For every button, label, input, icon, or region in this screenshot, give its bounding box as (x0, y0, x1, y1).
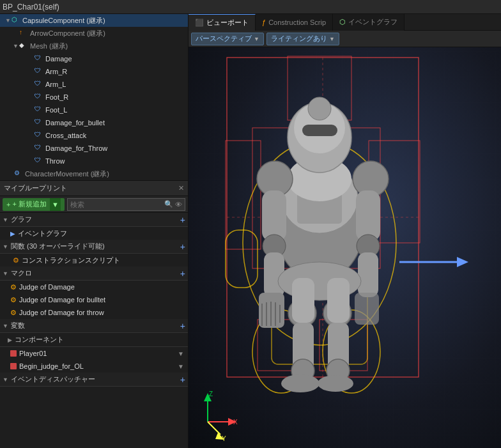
svg-rect-41 (292, 278, 314, 323)
var-label-1: Begin_judge_for_OL (19, 362, 84, 370)
section-arrow-dispatchers: ▼ (3, 376, 8, 383)
arrow-icon: ↑ (19, 29, 28, 38)
var-expand-0[interactable]: ▼ (178, 350, 184, 357)
add-new-button[interactable]: + + 新規追加 ▼ (3, 198, 65, 211)
add-dispatcher-button[interactable]: + (180, 375, 185, 384)
tree-arrow-capsule: ▼ (5, 17, 12, 24)
tree-arrow-mesh: ▼ (13, 43, 19, 49)
section-arrow-macros: ▼ (3, 270, 8, 277)
tree-item-damage[interactable]: 🛡 Damage (0, 52, 188, 65)
tab-construction-label: Construction Scrip (268, 19, 326, 26)
blueprint-panel: マイブループリント ✕ + + 新規追加 ▼ 🔍 👁 ▼ グラフ (0, 181, 188, 448)
svg-point-23 (308, 97, 331, 120)
tree-item-mesh[interactable]: ▼ ◆ Mesh (継承) (0, 40, 188, 52)
throw-label: Throw (45, 157, 65, 165)
search-input[interactable] (70, 201, 162, 208)
top-bar-title: BP_Char01(self) (3, 3, 59, 12)
macro-icon-1: ⚙ (10, 296, 17, 304)
top-bar: BP_Char01(self) (0, 0, 501, 14)
viewport-tab-icon: ⬛ (195, 19, 204, 27)
svg-rect-37 (358, 252, 378, 297)
foot-l-label: Foot_L (45, 106, 67, 114)
blueprint-title: マイブループリント (4, 183, 176, 193)
arm-l-label: Arm_L (45, 81, 66, 88)
socket-icon-throw: 🛡 (35, 157, 43, 166)
section-title-functions: 関数 (30 オーバーライド可能) (11, 242, 180, 251)
tree-item-throw[interactable]: 🛡 Throw (0, 155, 188, 167)
svg-text:Y: Y (222, 435, 226, 442)
section-graph[interactable]: ▼ グラフ + (0, 213, 188, 227)
tree-item-foot-r[interactable]: 🛡 Foot_R (0, 91, 188, 104)
macro-item-1[interactable]: ⚙ Judge of Damage for bulltet (0, 293, 188, 306)
construction-tab-icon: ƒ (262, 19, 266, 26)
tab-bar: ⬛ ビューポート ƒ Construction Scrip ⬡ イベントグラフ (189, 14, 501, 31)
socket-icon-damage-bullet: 🛡 (35, 118, 43, 127)
svg-point-44 (281, 375, 320, 392)
tree-item-arm-r[interactable]: 🛡 Arm_R (0, 65, 188, 78)
section-dispatchers[interactable]: ▼ イベントディスパッチャー + (0, 373, 188, 387)
section-components-var[interactable]: ▶ コンポーネント (0, 333, 188, 347)
var-item-1[interactable]: Begin_judge_for_OL ▼ (0, 360, 188, 373)
char-icon: ⚙ (14, 169, 23, 178)
tab-event[interactable]: ⬡ イベントグラフ (333, 14, 405, 31)
perspective-dropdown-btn[interactable]: パースペクティブ ▼ (191, 33, 264, 45)
tree-item-foot-l[interactable]: 🛡 Foot_L (0, 104, 188, 116)
right-panel: ⬛ ビューポート ƒ Construction Scrip ⬡ イベントグラフ … (189, 14, 501, 448)
tree-item-charmove[interactable]: ⚙ CharacterMovement (継承) (0, 167, 188, 180)
add-function-button[interactable]: + (180, 242, 185, 251)
viewport-area[interactable]: Z X Y (189, 47, 501, 448)
macro-icon-2: ⚙ (10, 309, 17, 317)
tab-viewport[interactable]: ⬛ ビューポート (189, 14, 256, 31)
tree-item-arm-l[interactable]: 🛡 Arm_L (0, 78, 188, 91)
tree-item-capsule[interactable]: ▼ ⬡ CapsuleComponent (継承) (0, 14, 188, 27)
tab-viewport-label: ビューポート (206, 18, 249, 27)
add-macro-button[interactable]: + (180, 269, 185, 278)
event-graph-item[interactable]: ▶ イベントグラフ (0, 227, 188, 240)
arrow-label: ArrowComponent (継承) (30, 29, 105, 38)
section-title-dispatchers: イベントディスパッチャー (11, 375, 180, 384)
var-item-0[interactable]: Player01 ▼ (0, 347, 188, 360)
svg-rect-35 (356, 190, 380, 242)
mesh-icon: ◆ (19, 42, 28, 50)
section-arrow-graph: ▼ (3, 217, 8, 223)
add-graph-button[interactable]: + (180, 215, 185, 224)
lighting-arrow: ▼ (329, 36, 335, 42)
lighting-label: ライティングあり (271, 34, 327, 43)
blueprint-close-btn[interactable]: ✕ (178, 184, 184, 192)
search-icon: 🔍 (164, 200, 173, 208)
blueprint-header: マイブループリント ✕ (0, 181, 188, 196)
svg-text:X: X (233, 419, 238, 426)
macro-item-2[interactable]: ⚙ Judge of Damage for throw (0, 306, 188, 319)
event-graph-icon: ▶ (10, 230, 15, 237)
section-variables[interactable]: ▼ 変数 + (0, 319, 188, 333)
damage-throw-label: Damage_for_Throw (45, 144, 107, 152)
tab-event-label: イベントグラフ (348, 17, 397, 27)
tree-item-arrow[interactable]: ↑ ArrowComponent (継承) (0, 27, 188, 40)
tree-item-damage-throw[interactable]: 🛡 Damage_for_Throw (0, 142, 188, 155)
add-dropdown-arrow[interactable]: ▼ (50, 198, 61, 211)
lighting-dropdown-btn[interactable]: ライティングあり ▼ (266, 33, 339, 45)
socket-icon-foot-l: 🛡 (35, 105, 43, 114)
tree-item-damage-bullet[interactable]: 🛡 Damage_for_bullet (0, 116, 188, 129)
socket-icon-cross-attack: 🛡 (35, 131, 43, 140)
macro-label-2: Judge of Damage for throw (19, 309, 104, 316)
search-box[interactable]: 🔍 👁 (67, 198, 185, 211)
construction-script-label: コンストラクションスクリプト (22, 256, 120, 265)
var-label-0: Player01 (19, 350, 47, 357)
section-functions[interactable]: ▼ 関数 (30 オーバーライド可能) + (0, 240, 188, 254)
add-variable-button[interactable]: + (180, 321, 185, 330)
eye-icon[interactable]: 👁 (175, 201, 182, 208)
perspective-arrow: ▼ (254, 36, 259, 42)
svg-point-49 (318, 375, 353, 392)
var-expand-1[interactable]: ▼ (178, 363, 184, 370)
tree-item-cross-attack[interactable]: 🛡 Cross_attack (0, 129, 188, 142)
macro-item-0[interactable]: ⚙ Judge of Damage (0, 281, 188, 293)
section-title-components-var: コンポーネント (15, 335, 185, 344)
svg-rect-46 (327, 278, 350, 323)
tab-construction[interactable]: ƒ Construction Scrip (256, 14, 333, 31)
construction-script-item[interactable]: ⚙ コンストラクションスクリプト (0, 254, 188, 266)
section-macros[interactable]: ▼ マクロ + (0, 266, 188, 281)
damage-label: Damage (45, 55, 72, 63)
components-section: ▼ ⬡ CapsuleComponent (継承) ↑ ArrowCompone… (0, 14, 188, 181)
section-arrow-components-var: ▶ (8, 337, 12, 343)
